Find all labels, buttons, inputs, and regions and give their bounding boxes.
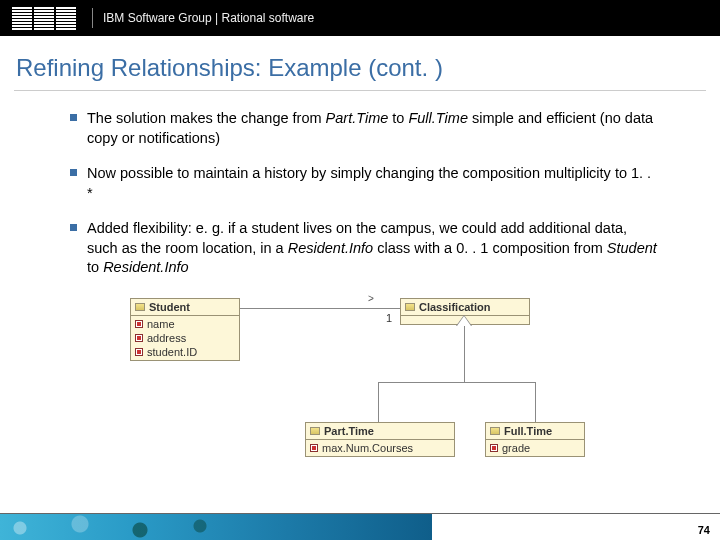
bullet-text: Now possible to maintain a history by si… [87, 164, 660, 203]
footer: 74 [0, 513, 720, 540]
slide-title: Refining Relationships: Example (cont. ) [0, 36, 720, 84]
class-parttime: Part.Time max.Num.Courses [305, 422, 455, 457]
bullet-item: Now possible to maintain a history by si… [70, 164, 660, 203]
bullet-text: Added flexibility: e. g. if a student li… [87, 219, 660, 278]
bullet-list: The solution makes the change from Part.… [0, 91, 720, 278]
header-bar: IBM Software Group | Rational software [0, 0, 720, 36]
class-student: Student name address student.ID [130, 298, 240, 361]
attribute-icon [135, 334, 143, 342]
bullet-item: Added flexibility: e. g. if a student li… [70, 219, 660, 278]
generalization-line [535, 382, 536, 422]
class-fulltime: Full.Time grade [485, 422, 585, 457]
multiplicity-label: 1 [386, 312, 392, 324]
bullet-icon [70, 114, 77, 121]
attribute-icon [490, 444, 498, 452]
association-line [240, 308, 400, 309]
bullet-text: The solution makes the change from Part.… [87, 109, 660, 148]
generalization-line [378, 382, 379, 422]
ibm-logo [12, 7, 76, 30]
generalization-line [378, 382, 536, 383]
footer-band [0, 514, 720, 540]
generalization-line [464, 326, 465, 382]
attribute-icon [135, 320, 143, 328]
generalization-arrowhead-fill [457, 316, 471, 326]
association-direction: > [368, 293, 374, 304]
bullet-item: The solution makes the change from Part.… [70, 109, 660, 148]
attribute-icon [135, 348, 143, 356]
header-separator [92, 8, 93, 28]
footer-graphic [0, 514, 260, 540]
page-number: 74 [698, 524, 710, 536]
class-icon [490, 427, 500, 435]
bullet-icon [70, 169, 77, 176]
class-icon [135, 303, 145, 311]
class-icon [405, 303, 415, 311]
uml-diagram: Student name address student.ID Classifi… [120, 294, 600, 469]
attribute-icon [310, 444, 318, 452]
bullet-icon [70, 224, 77, 231]
header-text: IBM Software Group | Rational software [103, 11, 314, 25]
class-icon [310, 427, 320, 435]
